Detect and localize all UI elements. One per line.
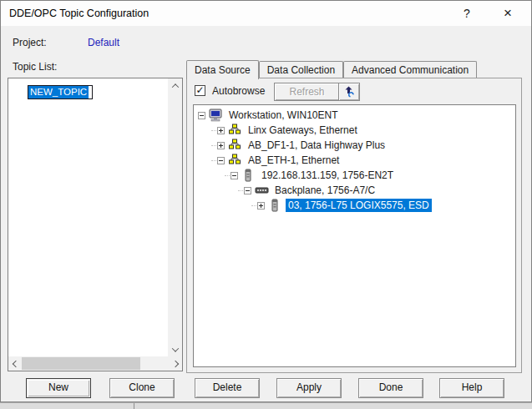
tree-node-label[interactable]: AB_DF1-1, Data Highway Plus [246,139,388,152]
backplane-icon [255,184,269,197]
topic-list-items: NEW_TOPIC [8,78,168,356]
module-icon [241,169,256,182]
tree-node-label[interactable]: 192.168.131.159, 1756-EN2T [259,169,396,182]
tree-connector [211,130,216,131]
autobrowse-checkbox[interactable]: ✓ [195,85,205,96]
topic-item[interactable]: NEW_TOPIC [28,85,93,99]
project-value: Default [88,37,119,48]
collapse-minus-icon[interactable] [244,187,251,194]
tree-node-workstation-win10ent[interactable]: Workstation, WIN10ENT [194,108,515,123]
scroll-left-icon[interactable] [8,356,23,371]
dde-opc-topic-configuration-dialog: DDE/OPC Topic Configuration ? × Project:… [0,0,532,402]
network-icon [228,124,242,137]
autobrowse-label: Autobrowse [212,85,265,97]
tree-node-ab-eth-1-ethernet[interactable]: AB_ETH-1, Ethernet [194,153,515,168]
scroll-up-icon[interactable] [168,78,182,93]
network-icon [228,154,242,167]
module-icon [268,199,282,212]
collapse-minus-icon[interactable] [198,112,205,119]
new-button[interactable]: New [26,378,91,398]
expand-plus-icon[interactable] [257,202,265,210]
data-source-tab-panel: ✓ Autobrowse Refresh Workstation, WIN10E… [186,78,522,373]
tab-data-source[interactable]: Data Source [186,60,259,79]
tab-advanced-communication[interactable]: Advanced Communication [343,61,477,78]
refresh-button[interactable]: Refresh [274,83,340,101]
collapse-minus-icon[interactable] [217,157,225,164]
network-icon [228,139,242,152]
tree-node-03-1756-l75-logix5575-esd[interactable]: 03, 1756-L75 LOGIX5575, ESD [194,198,515,213]
tree-node-label[interactable]: AB_ETH-1, Ethernet [246,154,342,167]
horizontal-scroll-thumb[interactable] [22,357,140,370]
topic-list-label: Topic List: [13,61,57,73]
clone-button[interactable]: Clone [109,378,175,398]
tree-connector [251,205,256,206]
tree-connector [211,145,216,146]
topic-list-horizontal-scrollbar[interactable] [8,356,182,371]
tree-node-label[interactable]: Workstation, WIN10ENT [226,109,340,122]
help-button[interactable]: Help [439,378,504,398]
upload-refresh-button[interactable] [338,83,360,101]
delete-button[interactable]: Delete [195,378,260,398]
scroll-right-icon[interactable] [168,356,182,371]
apply-button[interactable]: Apply [276,378,342,398]
background-window-strip [0,402,532,409]
tree-node-linx-gateways-ethernet[interactable]: Linx Gateways, Ethernet [194,123,515,138]
help-titlebar-button[interactable]: ? [451,1,483,26]
collapse-minus-icon[interactable] [231,172,238,179]
tab-data-collection[interactable]: Data Collection [259,61,343,78]
tree-connector [225,175,230,176]
topic-list-box[interactable]: NEW_TOPIC [8,78,183,371]
topic-item-label: NEW_TOPIC [28,86,89,98]
project-label: Project: [13,37,47,48]
upload-refresh-icon [342,85,356,98]
tree-connector [238,190,243,191]
expand-plus-icon[interactable] [217,142,225,149]
background-window-edge [134,403,134,409]
tree-node-label[interactable]: Backplane, 1756-A7/C [272,184,377,197]
expand-plus-icon[interactable] [217,127,225,134]
topic-item-cursor-area [89,86,92,98]
tree-node-label[interactable]: Linx Gateways, Ethernet [246,124,360,137]
device-tree[interactable]: Workstation, WIN10ENTLinx Gateways, Ethe… [193,104,516,367]
tree-connector [211,160,216,161]
tree-node-ab-df1-1-data-highway-plus[interactable]: AB_DF1-1, Data Highway Plus [194,138,515,153]
scroll-down-icon[interactable] [168,342,182,356]
workstation-icon [209,109,223,122]
tree-node-192-168-131-159-1756-en2t[interactable]: 192.168.131.159, 1756-EN2T [194,168,515,183]
window-title: DDE/OPC Topic Configuration [9,8,149,19]
title-bar: DDE/OPC Topic Configuration ? × [1,1,531,26]
done-button[interactable]: Done [358,378,423,398]
topic-list-vertical-scrollbar[interactable] [168,78,182,356]
tab-bar: Data SourceData CollectionAdvanced Commu… [186,59,477,78]
tree-node-label[interactable]: 03, 1756-L75 LOGIX5575, ESD [286,199,432,212]
close-icon[interactable]: × [489,1,526,26]
tree-node-backplane-1756-a7-c[interactable]: Backplane, 1756-A7/C [194,183,515,198]
